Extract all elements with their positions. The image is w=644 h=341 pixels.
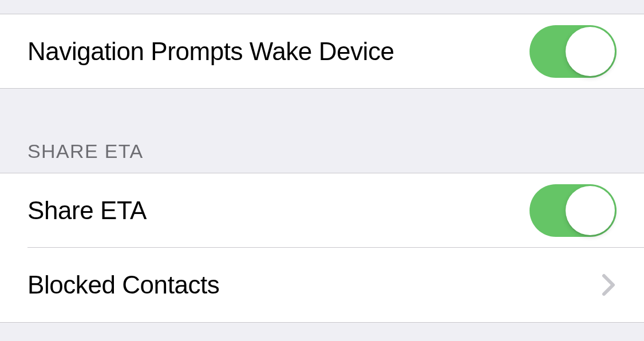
row-label: Navigation Prompts Wake Device <box>27 37 394 66</box>
row-share-eta[interactable]: Share ETA <box>0 173 644 248</box>
spacer-top <box>0 0 644 14</box>
section-header-label: SHARE ETA <box>27 140 143 162</box>
chevron-right-icon <box>600 277 617 293</box>
toggle-navigation-prompts-wake-device[interactable] <box>530 25 617 78</box>
toggle-knob <box>566 27 615 76</box>
toggle-share-eta[interactable] <box>530 184 617 237</box>
row-blocked-contacts[interactable]: Blocked Contacts <box>0 248 644 322</box>
row-label: Blocked Contacts <box>27 271 219 299</box>
section-header-share-eta: SHARE ETA <box>0 89 644 173</box>
row-navigation-prompts-wake-device[interactable]: Navigation Prompts Wake Device <box>0 14 644 89</box>
spacer-bottom <box>0 322 644 339</box>
toggle-knob <box>566 186 615 235</box>
row-label: Share ETA <box>27 196 147 225</box>
